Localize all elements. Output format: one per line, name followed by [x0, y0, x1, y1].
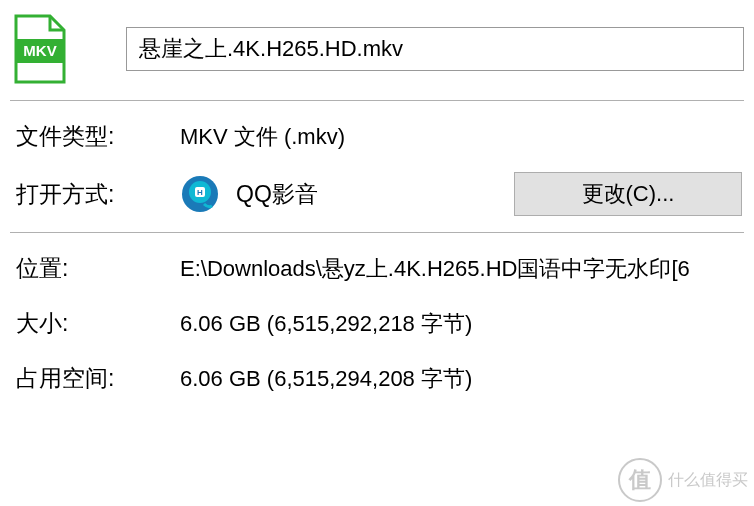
- open-with-app-name: QQ影音: [236, 179, 514, 210]
- file-type-label: 文件类型:: [16, 121, 180, 152]
- watermark: 值 什么值得买: [618, 458, 748, 502]
- size-value: 6.06 GB (6,515,292,218 字节): [180, 309, 472, 339]
- divider: [10, 100, 744, 101]
- size-on-disk-row: 占用空间: 6.06 GB (6,515,294,208 字节): [0, 351, 754, 406]
- location-row: 位置: E:\Downloads\悬yz上.4K.H265.HD国语中字无水印[…: [0, 241, 754, 296]
- watermark-badge-icon: 值: [618, 458, 662, 502]
- change-button[interactable]: 更改(C)...: [514, 172, 742, 216]
- open-with-label: 打开方式:: [16, 179, 180, 210]
- watermark-text: 什么值得买: [668, 470, 748, 491]
- file-icon-label: MKV: [23, 42, 56, 59]
- size-on-disk-value: 6.06 GB (6,515,294,208 字节): [180, 364, 472, 394]
- file-type-row: 文件类型: MKV 文件 (.mkv): [0, 109, 754, 164]
- filename-input[interactable]: [126, 27, 744, 71]
- location-label: 位置:: [16, 253, 180, 284]
- qq-player-icon: H: [180, 174, 220, 214]
- size-row: 大小: 6.06 GB (6,515,292,218 字节): [0, 296, 754, 351]
- file-type-value: MKV 文件 (.mkv): [180, 122, 345, 152]
- size-label: 大小:: [16, 308, 180, 339]
- svg-text:H: H: [197, 188, 203, 197]
- open-with-row: 打开方式: H QQ影音 更改(C)...: [0, 164, 754, 224]
- file-type-icon: MKV: [10, 14, 70, 84]
- divider: [10, 232, 744, 233]
- location-value: E:\Downloads\悬yz上.4K.H265.HD国语中字无水印[6: [180, 254, 690, 284]
- size-on-disk-label: 占用空间:: [16, 363, 180, 394]
